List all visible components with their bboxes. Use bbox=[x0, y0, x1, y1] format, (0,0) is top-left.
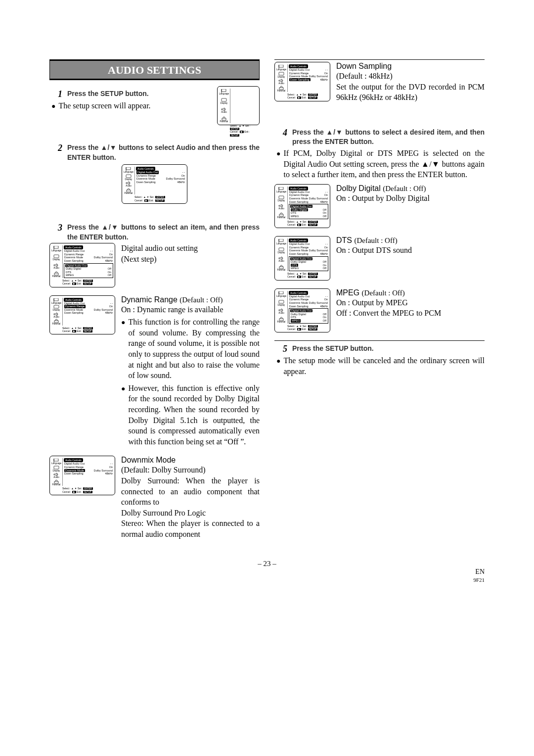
step-text: Press the SETUP button. bbox=[292, 344, 374, 354]
svg-rect-20 bbox=[54, 459, 58, 461]
step-text: Press the ▲/▼ buttons to select a desire… bbox=[292, 128, 485, 147]
dts-on: On : Output DTS sound bbox=[336, 245, 412, 256]
mpeg-off: Off : Convert the MPEG to PCM bbox=[336, 308, 441, 319]
downmix-default: (Default: Dolby Surround) bbox=[121, 465, 260, 475]
bullet-dot: ● bbox=[121, 317, 125, 328]
svg-rect-22 bbox=[54, 466, 59, 469]
step-1: 1 Press the SETUP button. bbox=[49, 89, 212, 99]
dynamic-range-heading: Dynamic Range (Default : Off) bbox=[121, 295, 260, 304]
step-number: 5 bbox=[274, 344, 292, 354]
step-2: 2 Press the ▲/▼ buttons to select Audio … bbox=[49, 143, 260, 162]
osd-audio-menu: Language Display Audio Parental Audio Co… bbox=[122, 164, 187, 204]
svg-rect-42 bbox=[279, 300, 284, 303]
downmix-p2: Dolby Surround Pro Logic bbox=[121, 508, 260, 519]
osd-mpeg: Language Display Audio Parental Audio Co… bbox=[274, 288, 330, 333]
step-number: 4 bbox=[274, 128, 292, 138]
osd-setup-screen: Language Display Audio Parental Select :… bbox=[217, 86, 260, 125]
bullet-text: The setup screen will appear. bbox=[58, 100, 150, 111]
step-number: 3 bbox=[49, 223, 67, 233]
step-text: Press the ▲/▼ buttons to select Audio an… bbox=[67, 143, 260, 162]
step-number: 2 bbox=[49, 143, 67, 153]
osd-down-sampling: Language Display Audio Parental Audio Co… bbox=[274, 62, 330, 101]
svg-rect-0 bbox=[222, 89, 226, 92]
step-5: 5 Press the SETUP button. bbox=[274, 344, 485, 354]
svg-rect-40 bbox=[279, 291, 283, 294]
mpeg-on: On : Output by MPEG bbox=[336, 297, 441, 308]
digital-audio-out-next: (Next step) bbox=[121, 254, 198, 265]
page-side-info: EN 9F21 bbox=[49, 568, 485, 584]
svg-rect-15 bbox=[54, 298, 58, 301]
page-number: – 23 – bbox=[49, 560, 485, 568]
dolby-on: On : Output by Dolby Digital bbox=[336, 193, 430, 204]
bullet-dot: ● bbox=[51, 100, 55, 111]
down-sampling-default: (Default : 48kHz) bbox=[336, 71, 485, 82]
svg-rect-37 bbox=[279, 248, 284, 251]
osd-digital-audio-out: Language Display Audio Parental Audio Co… bbox=[49, 243, 115, 287]
svg-rect-2 bbox=[222, 98, 226, 101]
osd-dts: Language Display Audio Parental Audio Co… bbox=[274, 236, 330, 281]
right-column: Language Display Audio Parental Audio Co… bbox=[274, 59, 485, 548]
downmix-p3: Stereo: When the player is connected to … bbox=[121, 518, 260, 539]
svg-rect-12 bbox=[54, 255, 59, 258]
osd-dolby: Language Display Audio Parental Audio Co… bbox=[274, 184, 330, 229]
dts-heading: DTS (Default : Off) bbox=[336, 236, 412, 245]
svg-rect-27 bbox=[279, 72, 284, 75]
bullet-dot: ● bbox=[276, 355, 280, 366]
dolby-heading: Dolby Digital (Default : Off) bbox=[336, 184, 430, 193]
step-4: 4 Press the ▲/▼ buttons to select a desi… bbox=[274, 128, 485, 147]
dynamic-range-p2: However, this function is effective only… bbox=[128, 383, 260, 447]
step-3: 3 Press the ▲/▼ buttons to select an ite… bbox=[49, 223, 260, 242]
digital-audio-out-label: Digital audio out setting bbox=[121, 243, 198, 254]
dynamic-range-p1: This function is for controlling the ran… bbox=[128, 317, 260, 381]
svg-rect-30 bbox=[279, 187, 283, 189]
svg-rect-25 bbox=[279, 65, 283, 67]
svg-rect-32 bbox=[279, 196, 284, 199]
step-text: Press the SETUP button. bbox=[67, 89, 149, 99]
step-text: Press the ▲/▼ buttons to select an item,… bbox=[67, 223, 260, 242]
dynamic-range-on: On : Dynamic range is available bbox=[121, 304, 260, 315]
bullet-dot: ● bbox=[121, 383, 125, 394]
downmix-heading: Downmix Mode bbox=[121, 456, 260, 465]
left-column: AUDIO SETTINGS 1 Press the SETUP button.… bbox=[49, 59, 260, 548]
bullet-text: The setup mode will be canceled and the … bbox=[283, 355, 485, 377]
downmix-p1: Dolby Surround: When the player is conne… bbox=[121, 475, 260, 508]
step-number: 1 bbox=[49, 89, 67, 99]
page-columns: AUDIO SETTINGS 1 Press the SETUP button.… bbox=[49, 59, 485, 548]
svg-rect-7 bbox=[126, 175, 131, 178]
down-sampling-heading: Down Sampling bbox=[336, 62, 485, 71]
section-title: AUDIO SETTINGS bbox=[49, 60, 260, 80]
osd-dynamic-range: Language Display Audio Parental Audio Co… bbox=[49, 295, 115, 335]
svg-rect-10 bbox=[54, 246, 58, 248]
svg-rect-5 bbox=[126, 167, 131, 170]
bullet-text: If PCM, Dolby Digital or DTS MPEG is sel… bbox=[283, 148, 485, 180]
svg-rect-35 bbox=[279, 239, 283, 241]
bullet-dot: ● bbox=[276, 148, 280, 159]
svg-rect-17 bbox=[54, 305, 59, 308]
down-sampling-p: Set the output for the DVD recorded in P… bbox=[336, 82, 485, 103]
osd-downmix: Language Display Audio Parental Audio Co… bbox=[49, 456, 115, 495]
mpeg-heading: MPEG (Default : Off) bbox=[336, 288, 441, 297]
